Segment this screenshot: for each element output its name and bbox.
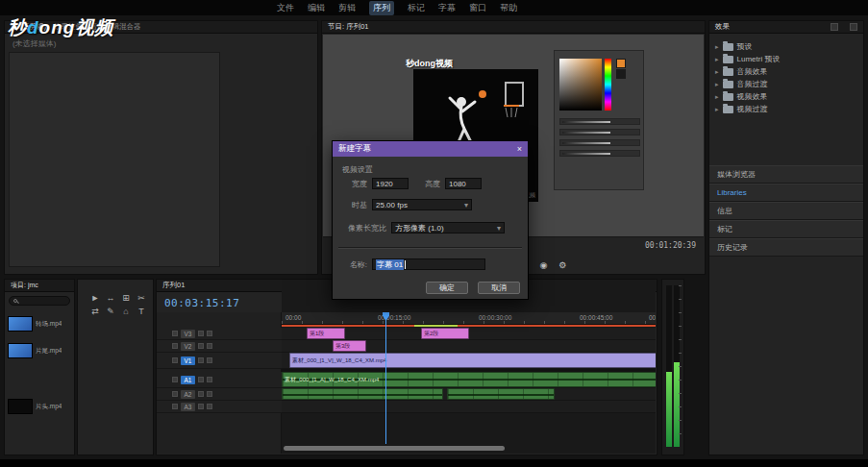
clip-label: 素材_000_[1_V]_W_18_C4_XM.mp4 xyxy=(292,356,386,365)
menu-edit[interactable]: 编辑 xyxy=(308,2,325,14)
dialog-title-bar[interactable]: 新建字幕 × xyxy=(333,141,528,157)
logo-accent: d xyxy=(27,17,39,37)
project-search-input[interactable] xyxy=(9,296,70,306)
panel-menu-icon[interactable] xyxy=(831,23,838,31)
effects-folder-audio-effects[interactable]: ▸ 音频效果 xyxy=(709,65,863,78)
menu-marker[interactable]: 标记 xyxy=(408,2,425,14)
track-toggle-icon[interactable] xyxy=(172,377,178,382)
ruler-label: 00 xyxy=(649,314,656,321)
timeline-clip[interactable]: 第2段 xyxy=(421,328,469,339)
hand-tool[interactable]: ⌂ xyxy=(118,305,134,318)
project-item[interactable]: 转场.mp4 xyxy=(8,312,73,335)
timebase-row: 时基 25.00 fps▾ xyxy=(340,199,520,210)
menu-window[interactable]: 窗口 xyxy=(469,2,486,14)
ok-button[interactable]: 确定 xyxy=(426,282,468,294)
timebase-dropdown[interactable]: 25.00 fps▾ xyxy=(372,199,472,210)
track-solo-icon[interactable] xyxy=(207,404,212,409)
track-mute-icon[interactable] xyxy=(198,404,204,409)
effects-folder-video-effects[interactable]: ▸ 视频效果 xyxy=(709,90,863,103)
effects-folder-presets[interactable]: ▸ 预设 xyxy=(709,40,863,53)
work-area-bar[interactable] xyxy=(282,325,656,327)
slip-tool[interactable]: ⇄ xyxy=(87,305,103,318)
panel-row-media-browser[interactable]: 媒体浏览器 xyxy=(709,165,863,184)
new-bin-icon[interactable] xyxy=(850,23,857,31)
tab-project[interactable]: 项目: jmc xyxy=(11,281,38,290)
track-eye-icon[interactable] xyxy=(207,343,212,349)
timeline-clip[interactable]: 素材_000_[1_A]_W_18_C4_XM.mp4 xyxy=(282,372,656,387)
close-icon[interactable]: × xyxy=(517,144,522,154)
selected-text: 字幕 01 xyxy=(376,259,404,270)
tree-arrow-icon[interactable]: ▸ xyxy=(715,93,719,101)
menu-title[interactable]: 字幕 xyxy=(438,2,456,14)
playhead[interactable] xyxy=(385,312,386,444)
project-item[interactable]: 片尾.mp4 xyxy=(8,339,73,362)
timeline-timecode[interactable]: 00:03:15:17 xyxy=(164,297,239,309)
tree-arrow-icon[interactable]: ▸ xyxy=(715,81,719,88)
timeline-horizontal-scrollbar[interactable] xyxy=(284,446,505,451)
razor-tool[interactable]: ✂ xyxy=(134,291,149,305)
track-select-tool[interactable]: ↔ xyxy=(103,291,118,305)
clip-label: 素材_000_[1_A]_W_18_C4_XM.mp4 xyxy=(285,376,379,384)
track-mute-icon[interactable] xyxy=(198,391,204,397)
pen-tool[interactable]: ✎ xyxy=(103,305,118,318)
track-mute-icon[interactable] xyxy=(198,377,204,382)
effects-folder-audio-transitions[interactable]: ▸ 音频过渡 xyxy=(709,78,863,90)
pixel-aspect-dropdown[interactable]: 方形像素 (1.0)▾ xyxy=(391,222,505,234)
project-item[interactable]: 片头.mp4 xyxy=(8,395,73,418)
tree-arrow-icon[interactable]: ▸ xyxy=(715,56,719,63)
timeline-clip[interactable]: 第3段 xyxy=(333,340,366,352)
timeline-ruler[interactable]: 00:00 00:00:15:00 00:00:30:00 00:00:45:0… xyxy=(282,312,656,325)
panel-row-info[interactable]: 信息 xyxy=(709,202,863,220)
track-solo-icon[interactable] xyxy=(207,377,212,382)
track-lock-icon[interactable] xyxy=(198,343,204,349)
track-toggle-icon[interactable] xyxy=(172,391,178,397)
track-eye-icon[interactable] xyxy=(207,331,212,336)
track-target-v2[interactable]: V2 xyxy=(181,342,195,351)
track-toggle-icon[interactable] xyxy=(172,331,178,336)
tab-program[interactable]: 节目: 序列01 xyxy=(328,22,369,32)
track-solo-icon[interactable] xyxy=(207,391,212,397)
effects-folder-video-transitions[interactable]: ▸ 视频过渡 xyxy=(709,103,863,115)
panel-row-markers[interactable]: 标记 xyxy=(709,220,863,238)
menu-clip[interactable]: 剪辑 xyxy=(338,2,356,14)
name-input[interactable]: 字幕 01 xyxy=(372,258,485,270)
ripple-edit-tool[interactable]: ⊞ xyxy=(118,291,134,305)
tree-arrow-icon[interactable]: ▸ xyxy=(715,43,719,51)
program-panel-tabs: 节目: 序列01 xyxy=(322,21,705,34)
timeline-clip[interactable] xyxy=(282,388,443,400)
track-eye-icon[interactable] xyxy=(207,357,212,363)
tab-sequence[interactable]: 序列01 xyxy=(162,281,185,290)
track-header-v3: V3 xyxy=(157,328,282,340)
menu-sequence[interactable]: 序列 xyxy=(369,1,394,15)
timeline-clip[interactable]: 素材_000_[1_V]_W_18_C4_XM.mp4 xyxy=(289,353,656,368)
track-toggle-icon[interactable] xyxy=(172,404,178,409)
track-toggle-icon[interactable] xyxy=(172,343,178,349)
track-target-a2[interactable]: A2 xyxy=(181,390,195,399)
settings-button[interactable]: ⚙ xyxy=(558,260,566,270)
track-target-v1[interactable]: V1 xyxy=(181,356,195,365)
cancel-button[interactable]: 取消 xyxy=(478,282,520,294)
type-tool[interactable]: T xyxy=(134,305,149,318)
track-toggle-icon[interactable] xyxy=(172,357,178,363)
export-frame-button[interactable]: ◉ xyxy=(540,260,548,270)
timeline-clip[interactable] xyxy=(447,388,555,400)
menu-help[interactable]: 帮助 xyxy=(500,2,517,14)
menu-file[interactable]: 文件 xyxy=(277,2,294,14)
track-target-a1[interactable]: A1 xyxy=(181,376,195,384)
height-field[interactable]: 1080 xyxy=(445,178,482,189)
selection-tool[interactable]: ► xyxy=(87,291,103,305)
panel-row-history[interactable]: 历史记录 xyxy=(709,238,863,257)
effects-folder-lumetri[interactable]: ▸ Lumetri 预设 xyxy=(709,53,863,65)
tree-arrow-icon[interactable]: ▸ xyxy=(715,106,719,113)
track-lock-icon[interactable] xyxy=(198,331,204,336)
width-field[interactable]: 1920 xyxy=(372,178,409,189)
tab-effects[interactable]: 效果 xyxy=(715,22,730,32)
source-monitor-panel: 源:(无剪辑) 效果控件 音频剪辑混合器 (未选择媒体) xyxy=(4,20,318,275)
track-lock-icon[interactable] xyxy=(198,357,204,363)
track-target-a3[interactable]: A3 xyxy=(181,403,195,411)
dialog-title: 新建字幕 xyxy=(338,143,371,155)
track-target-v3[interactable]: V3 xyxy=(181,330,195,338)
timeline-clip[interactable]: 第1段 xyxy=(307,328,345,339)
panel-row-libraries[interactable]: Libraries xyxy=(709,184,863,202)
tree-arrow-icon[interactable]: ▸ xyxy=(715,68,719,76)
